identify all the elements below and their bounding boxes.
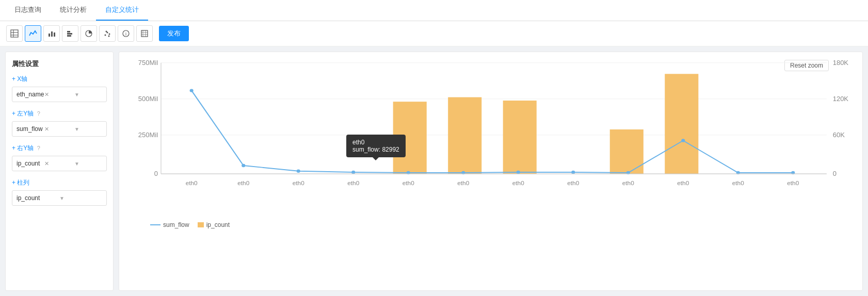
svg-text:eth0: eth0: [457, 180, 469, 186]
svg-text:120K: 120K: [833, 96, 849, 103]
dot-0: [190, 89, 194, 92]
svg-rect-7: [67, 31, 70, 32]
tool-scatter[interactable]: [99, 25, 116, 42]
svg-text:0: 0: [833, 171, 837, 177]
column-value: ip_count: [17, 194, 59, 202]
column-field[interactable]: ip_count ▼: [12, 190, 107, 206]
dot-1: [242, 164, 245, 167]
tool-bar[interactable]: [43, 25, 60, 42]
bar-5: [393, 102, 427, 174]
svg-text:60K: 60K: [833, 132, 845, 139]
bar-7: [503, 101, 537, 174]
svg-text:eth0: eth0: [237, 180, 249, 186]
tool-line[interactable]: [25, 25, 41, 42]
dot-2: [297, 170, 300, 173]
tab-log-query[interactable]: 日志查询: [5, 0, 51, 21]
x-axis-value: eth_name: [17, 91, 44, 98]
svg-text:eth0: eth0: [677, 180, 689, 186]
legend-ip-count: ip_count: [198, 221, 230, 228]
svg-text:0: 0: [154, 171, 158, 177]
tool-info[interactable]: i: [118, 25, 134, 42]
svg-text:750Mil: 750Mil: [138, 60, 158, 67]
dot-3: [351, 171, 355, 174]
dot-7: [571, 171, 575, 174]
right-y-axis-section: + 右Y轴 ? ip_count ✕ ▼: [12, 144, 107, 171]
main-content: 属性设置 + X轴 eth_name ✕ ▼ + 左Y轴 ? sum_flow …: [0, 46, 868, 296]
left-y-axis-value: sum_flow: [17, 125, 44, 133]
left-y-axis-help: ?: [37, 110, 40, 117]
column-label[interactable]: + 柱列: [12, 178, 107, 187]
left-y-close[interactable]: ✕: [44, 126, 72, 133]
tool-hbar[interactable]: [62, 25, 78, 42]
left-y-axis-field[interactable]: sum_flow ✕ ▼: [12, 121, 107, 137]
column-arrow: ▼: [59, 195, 102, 201]
tool-pie[interactable]: [81, 25, 97, 42]
legend-sum-flow: sum_flow: [150, 221, 189, 228]
right-y-axis-label[interactable]: + 右Y轴 ?: [12, 144, 107, 153]
x-axis-plus: + X轴: [12, 75, 27, 83]
chart-panel: Reset zoom 750Mil 500Mil 250Mil 0 180K 1…: [119, 52, 863, 291]
legend-sum-flow-label: sum_flow: [163, 221, 189, 228]
x-axis-close[interactable]: ✕: [44, 91, 72, 98]
top-tabs-container: 日志查询 统计分析 自定义统计: [0, 0, 868, 21]
svg-point-13: [109, 34, 110, 35]
bar-9: [665, 74, 698, 174]
svg-text:180K: 180K: [833, 60, 849, 67]
column-section: + 柱列 ip_count ▼: [12, 178, 107, 206]
x-axis-label[interactable]: + X轴: [12, 75, 107, 84]
svg-text:500Mil: 500Mil: [138, 96, 158, 103]
bar-6: [448, 97, 481, 174]
x-axis-field[interactable]: eth_name ✕ ▼: [12, 87, 107, 102]
svg-text:eth0: eth0: [622, 180, 634, 186]
x-axis-section: + X轴 eth_name ✕ ▼: [12, 75, 107, 102]
svg-text:eth0: eth0: [293, 180, 304, 186]
left-panel: 属性设置 + X轴 eth_name ✕ ▼ + 左Y轴 ? sum_flow …: [5, 52, 114, 291]
x-axis-arrow: ▼: [74, 92, 102, 97]
svg-rect-5: [51, 31, 53, 37]
svg-text:eth0: eth0: [787, 180, 799, 186]
tab-stat-analysis[interactable]: 统计分析: [51, 0, 96, 21]
svg-rect-18: [141, 30, 148, 37]
right-y-axis-value: ip_count: [17, 160, 44, 167]
svg-text:eth0: eth0: [403, 180, 414, 186]
legend-bar-icon: [198, 222, 204, 227]
svg-text:eth0: eth0: [567, 180, 579, 186]
svg-text:eth0: eth0: [512, 180, 524, 186]
tab-custom-stat[interactable]: 自定义统计: [96, 0, 148, 21]
left-y-axis-label[interactable]: + 左Y轴 ?: [12, 109, 107, 118]
right-y-close[interactable]: ✕: [44, 160, 72, 167]
svg-rect-8: [67, 33, 72, 35]
svg-point-11: [105, 35, 106, 36]
left-y-axis-section: + 左Y轴 ? sum_flow ✕ ▼: [12, 109, 107, 137]
svg-rect-6: [54, 32, 55, 37]
tool-table[interactable]: [6, 25, 23, 42]
svg-point-15: [108, 36, 110, 37]
top-tabs: 日志查询 统计分析 自定义统计: [0, 0, 868, 21]
chart-svg: 750Mil 500Mil 250Mil 0 180K 120K 60K 0: [124, 57, 857, 202]
svg-rect-0: [11, 30, 18, 37]
right-y-axis-text: + 右Y轴: [12, 144, 34, 152]
right-y-axis-field[interactable]: ip_count ✕ ▼: [12, 156, 107, 171]
left-y-arrow: ▼: [74, 126, 102, 132]
svg-text:eth0: eth0: [732, 180, 744, 186]
tool-map[interactable]: [136, 25, 153, 42]
publish-button[interactable]: 发布: [159, 26, 189, 41]
chart-legend: sum_flow ip_count: [124, 221, 857, 228]
svg-text:eth0: eth0: [186, 180, 198, 186]
svg-point-14: [106, 31, 107, 32]
dot-6: [517, 171, 520, 174]
column-text: + 柱列: [12, 179, 29, 186]
svg-rect-9: [67, 35, 71, 37]
legend-line-icon: [150, 224, 160, 225]
toolbar: i 发布: [0, 21, 868, 46]
right-y-arrow: ▼: [74, 161, 102, 167]
line-sum-flow: [191, 91, 793, 173]
svg-text:250Mil: 250Mil: [138, 132, 158, 139]
svg-text:eth0: eth0: [347, 180, 359, 186]
panel-title: 属性设置: [12, 59, 107, 69]
svg-text:i: i: [125, 31, 126, 37]
left-y-axis-text: + 左Y轴: [12, 110, 34, 117]
dot-9: [681, 139, 685, 142]
right-y-axis-help: ?: [37, 145, 40, 151]
svg-rect-4: [49, 34, 50, 37]
